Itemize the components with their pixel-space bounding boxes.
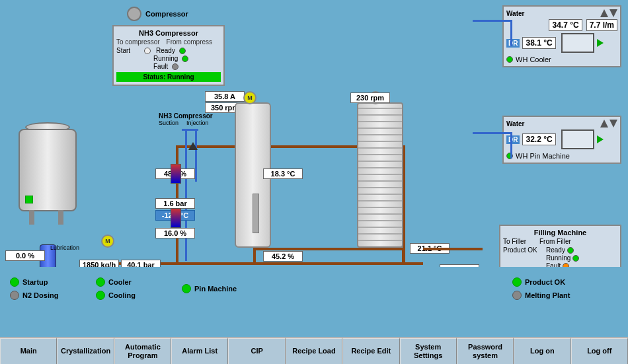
cooler-led — [96, 277, 105, 287]
filling-ready-led — [567, 247, 574, 254]
pin-machine-label: Pin Machine — [194, 285, 237, 293]
pin-machine-lines — [358, 104, 402, 246]
cooling-item[interactable]: Cooling — [96, 291, 182, 300]
pin-machine-led — [182, 284, 191, 293]
nav-crystallization[interactable]: Crystallization — [57, 338, 114, 364]
water-pipe-top — [473, 20, 512, 22]
suction-indicator — [171, 208, 181, 228]
nav-recipe-edit[interactable]: Recipe Edit — [342, 338, 399, 364]
water-label-top: Water — [506, 10, 524, 17]
product-ok-item[interactable]: Product OK — [512, 277, 618, 287]
nav-log-off[interactable]: Log off — [571, 338, 628, 364]
cooler-top-arrow — [597, 39, 604, 47]
start-led — [144, 48, 151, 54]
product-ok-label: Product OK — [525, 278, 565, 286]
fault-row: Fault — [116, 63, 221, 70]
compressor-header: Compressor — [127, 7, 188, 21]
fault-led — [172, 63, 178, 70]
nav-log-on[interactable]: Log on — [514, 338, 570, 364]
melting-plant-item[interactable]: Melting Plant — [512, 291, 618, 300]
cooler-top-panel: Water 34.7 °C 7.7 l/m DR 38.1 °C WH Cool… — [502, 5, 621, 67]
cooler-bottom-temp1: 32.2 °C — [522, 133, 555, 145]
pct-bottom-value: 0.0 % — [5, 250, 45, 261]
nav-automatic-program[interactable]: Automatic Program — [114, 338, 171, 364]
startup-led — [10, 277, 19, 287]
startup-label: Startup — [22, 278, 48, 286]
compressor-title: NH3 Compressor — [116, 29, 221, 37]
cooler-top-dr-row: DR 38.1 °C — [506, 33, 617, 53]
water-valve-top — [600, 9, 608, 17]
startup-item[interactable]: Startup — [10, 277, 96, 287]
blue-pipe-h1 — [182, 129, 198, 131]
bar1-value: 1.6 bar — [155, 198, 195, 209]
cooler-top-name: WH Cooler — [516, 55, 551, 63]
nav-alarm-list[interactable]: Alarm List — [171, 338, 228, 364]
n2dosing-led — [10, 291, 19, 300]
water-valve-top2 — [609, 9, 617, 17]
m-indicator-1: M — [101, 235, 114, 248]
pipe-h-mid — [253, 248, 405, 250]
filling-title: Filling Machine — [503, 229, 617, 237]
water-pipe-bottom — [473, 132, 512, 134]
bottom-buttons-area: Startup N2 Dosing Cooler Cooling Pin Mac… — [0, 267, 628, 310]
melting-plant-led — [512, 291, 522, 300]
cooler-bottom-box — [561, 129, 594, 149]
group-cooler: Cooler Cooling — [96, 277, 182, 300]
pin-machine-body — [357, 102, 403, 248]
water-valve-bottom2 — [609, 120, 617, 127]
melting-plant-label: Melting Plant — [525, 291, 570, 299]
nh3-label: NH3 Compressor Suction Injection — [159, 112, 213, 126]
group-startup: Startup N2 Dosing — [10, 277, 96, 300]
compressor-header-label: Compressor — [145, 10, 188, 18]
group-product: Product OK Melting Plant — [512, 277, 618, 300]
cooler-label: Cooler — [108, 278, 132, 286]
nav-cip[interactable]: CIP — [228, 338, 285, 364]
rpm2-value: 230 rpm — [350, 92, 390, 103]
pin-machine-item[interactable]: Pin Machine — [182, 284, 288, 293]
cooler-top-temp2: 38.1 °C — [522, 37, 555, 49]
crystallizer-tank — [19, 129, 77, 211]
ready-led — [179, 48, 186, 54]
pipe-to-filling — [423, 248, 483, 250]
blue-pipe-v1 — [185, 129, 187, 261]
cooler-bottom-name-row: WH Pin Machine — [506, 152, 617, 160]
filling-running-led — [572, 255, 579, 262]
cooling-led — [96, 291, 105, 300]
n2-dosing-item[interactable]: N2 Dosing — [10, 291, 96, 300]
cooler-bottom-name: WH Pin Machine — [516, 152, 570, 160]
compressor-subtitle: To compressor From compress — [116, 38, 221, 46]
cooler-top-led — [506, 56, 513, 63]
compressor-indicator — [127, 7, 141, 21]
blue-pipe-v2 — [195, 129, 197, 182]
n2dosing-label: N2 Dosing — [22, 291, 58, 299]
temp1-value: 18.3 °C — [263, 168, 303, 179]
water-valve-bottom — [600, 120, 608, 127]
filling-running-row: Running — [503, 254, 617, 262]
scada-main: Compressor NH3 Compressor To compressor … — [0, 0, 628, 337]
pct2-value: 16.0 % — [155, 228, 195, 238]
cooler-top-name-row: WH Cooler — [506, 55, 617, 63]
nav-system-settings[interactable]: System Settings — [400, 338, 457, 364]
column-scroll — [253, 194, 259, 233]
pct3-value: 45.2 % — [263, 251, 303, 262]
cooler-bottom-arrow — [597, 135, 604, 143]
tank-leg-left — [29, 210, 34, 225]
speed-value: 35.8 A — [205, 91, 245, 102]
water-label-bottom: Water — [506, 120, 524, 127]
compressor-status: Status: Running — [116, 72, 221, 82]
water-pipe-v-top — [510, 20, 512, 46]
filling-product-row: Product OK Ready — [503, 246, 617, 254]
cooling-label: Cooling — [108, 291, 136, 299]
group-pin: Pin Machine — [182, 284, 288, 293]
cooler-bottom-dr-row: DR 32.2 °C — [506, 129, 617, 149]
nav-password-system[interactable]: Password system — [457, 338, 514, 364]
tank-leg-right — [58, 210, 63, 225]
cooler-top-temp1: 34.7 °C — [549, 19, 582, 31]
cooler-top-box — [561, 33, 594, 53]
start-row: Start Ready — [116, 47, 221, 54]
cooler-item[interactable]: Cooler — [96, 277, 182, 287]
running-row: Running — [116, 55, 221, 62]
nav-recipe-load[interactable]: Recipe Load — [286, 338, 342, 364]
injection-indicator — [171, 164, 181, 184]
nav-main[interactable]: Main — [0, 338, 57, 364]
